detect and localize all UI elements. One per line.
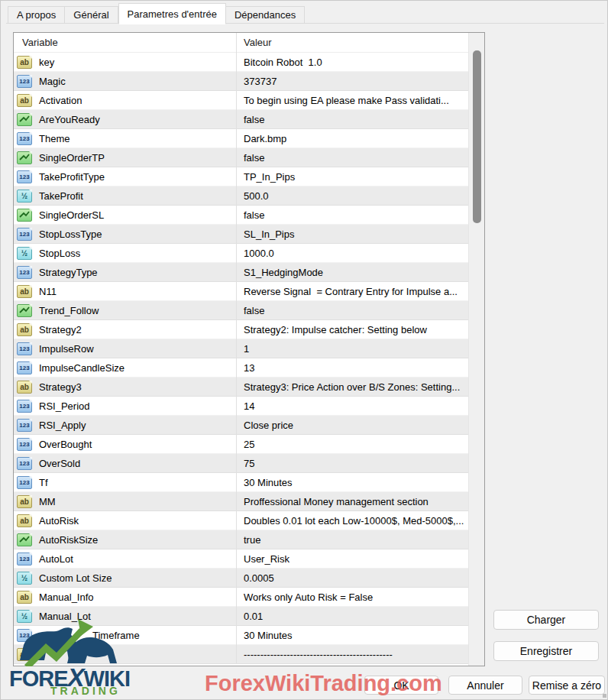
annuler-button[interactable]: Annuler — [448, 676, 522, 695]
value-cell[interactable]: Strategy2: Impulse catcher: Setting belo… — [237, 320, 468, 339]
boolean-type-icon — [17, 209, 32, 222]
table-row[interactable]: ab Strategy2 Strategy2: Impulse catcher:… — [14, 320, 468, 339]
variable-label: Magic — [39, 76, 66, 87]
value-cell[interactable]: 14 — [237, 397, 468, 416]
value-cell[interactable]: false — [237, 110, 468, 129]
value-cell[interactable]: false — [237, 148, 468, 167]
table-row[interactable]: 123 Tf 30 Minutes — [14, 473, 468, 492]
table-row[interactable]: AreYouReady false — [14, 110, 468, 129]
tab-parametres-entree[interactable]: Parametres d'entrée — [118, 3, 226, 24]
scrollbar-thumb[interactable] — [473, 50, 481, 223]
table-row[interactable]: SingleOrderSL false — [14, 206, 468, 225]
integer-type-icon: 123 — [17, 438, 32, 451]
table-row[interactable]: ab Activation To begin using EA please m… — [14, 91, 468, 110]
table-row[interactable]: ½ TakeProfit 500.0 — [14, 186, 468, 206]
value-cell[interactable]: true — [237, 530, 468, 549]
value-cell[interactable]: SL_In_Pips — [237, 225, 468, 244]
charger-button[interactable]: Charger — [493, 610, 599, 630]
table-row[interactable]: Trend_Follow false — [14, 301, 468, 320]
table-row[interactable]: SingleOrderTP false — [14, 148, 468, 167]
value-cell[interactable]: 13 — [237, 358, 468, 378]
value-cell[interactable]: false — [237, 206, 468, 225]
table-row[interactable]: ½ StopLoss 1000.0 — [14, 244, 468, 263]
table-row[interactable]: 123 TakeProfitType TP_In_Pips — [14, 167, 468, 186]
table-row[interactable]: 123 OverBought 25 — [14, 435, 468, 454]
table-row[interactable]: 123 AutoLot User_Risk — [14, 549, 468, 569]
value-cell[interactable]: Bitcoin Robot 1.0 — [237, 53, 468, 72]
table-row[interactable]: 123 StrategyType S1_HedgingMode — [14, 263, 468, 282]
column-header-variable: Variable — [14, 33, 237, 53]
value-cell[interactable]: 75 — [237, 454, 468, 473]
table-row[interactable]: ½ Custom Lot Size 0.0005 — [14, 569, 468, 588]
value-cell[interactable]: false — [237, 301, 468, 320]
tab-bar: A propos Général Parametres d'entrée Dép… — [8, 3, 305, 24]
table-row[interactable]: ab Strategy3 Strategy3: Price Action ove… — [14, 378, 468, 397]
boolean-type-icon — [17, 304, 32, 317]
value-cell[interactable]: Close price — [237, 416, 468, 435]
value-cell[interactable]: Proffessional Money management section — [237, 492, 468, 511]
double-type-icon: ½ — [17, 610, 32, 623]
value-cell[interactable]: S1_HedgingMode — [237, 263, 468, 282]
table-row[interactable]: ab Manual_Info Works only Auto Risk = Fa… — [14, 588, 468, 607]
value-cell[interactable]: 373737 — [237, 72, 468, 91]
boolean-type-icon — [17, 533, 32, 546]
value-cell[interactable]: To begin using EA please make Pass valid… — [237, 91, 468, 110]
table-row[interactable]: ab N11 Reverse Signal = Contrary Entry f… — [14, 282, 468, 301]
enregistrer-button[interactable]: Enregistrer — [493, 641, 599, 661]
table-row[interactable]: 123 OverSold 75 — [14, 454, 468, 473]
variable-cell: ab N11 — [14, 282, 237, 301]
value-cell[interactable]: Works only Auto Risk = False — [237, 588, 468, 607]
value-cell[interactable]: 500.0 — [237, 186, 468, 206]
variable-cell: 123 StrategyType — [14, 263, 237, 282]
variable-cell: AreYouReady — [14, 110, 237, 129]
integer-type-icon: 123 — [17, 629, 32, 642]
value-cell[interactable]: Dark.bmp — [237, 129, 468, 148]
value-cell[interactable]: User_Risk — [237, 549, 468, 569]
value-cell[interactable]: Doubles 0.01 lot each Low-10000$, Med-50… — [237, 511, 468, 530]
variable-cell: 123 Tf — [14, 473, 237, 492]
value-cell[interactable]: ----------------------------------------… — [237, 645, 468, 664]
tab-dependances[interactable]: Dépendances — [226, 6, 305, 24]
integer-type-icon: 123 — [17, 132, 32, 145]
value-cell[interactable]: Reverse Signal = Contrary Entry for Impu… — [237, 282, 468, 301]
table-row[interactable]: 123 StopLossType SL_In_Pips — [14, 225, 468, 244]
value-cell[interactable]: 25 — [237, 435, 468, 454]
variable-label: Custom Lot Size — [39, 572, 112, 584]
ok-button[interactable]: OK — [364, 676, 438, 695]
value-cell[interactable]: 30 Minutes — [237, 473, 468, 492]
table-row[interactable]: 123 Magic 373737 — [14, 72, 468, 91]
value-cell[interactable]: 0.0005 — [237, 569, 468, 588]
table-row[interactable]: 123 ImpulseRow 1 — [14, 339, 468, 358]
variable-label: AutoLot — [39, 553, 73, 565]
resize-grip[interactable] — [603, 694, 606, 698]
tab-a-propos[interactable]: A propos — [8, 6, 65, 24]
boolean-type-icon — [17, 113, 32, 126]
tab-general[interactable]: Général — [65, 6, 118, 24]
table-row[interactable]: 123 RSI_Apply Close price — [14, 416, 468, 435]
table-row[interactable]: ½ Manual_Lot 0.01 — [14, 607, 468, 626]
table-row[interactable]: ab -------------------------------------… — [14, 645, 468, 664]
variable-label: Trend_Follow — [39, 305, 99, 316]
variable-label: OverSold — [39, 458, 80, 469]
table-row[interactable]: 123 RSI_Period 14 — [14, 397, 468, 416]
value-cell[interactable]: 30 Minutes — [237, 626, 468, 645]
table-row[interactable]: ab key Bitcoin Robot 1.0 — [14, 53, 468, 72]
variable-cell: ½ TakeProfit — [14, 186, 237, 206]
string-type-icon: ab — [17, 495, 32, 508]
variable-cell: 123 RSI_Apply — [14, 416, 237, 435]
value-cell[interactable]: Strategy3: Price Action over B/S Zones: … — [237, 378, 468, 397]
value-cell[interactable]: 1000.0 — [237, 244, 468, 263]
vertical-scrollbar[interactable] — [468, 33, 484, 666]
remise-a-zero-button[interactable]: Remise a zéro — [529, 676, 605, 695]
table-row[interactable]: ab MM Proffessional Money management sec… — [14, 492, 468, 511]
value-cell[interactable]: 0.01 — [237, 607, 468, 626]
variable-cell: ab Activation — [14, 91, 237, 110]
table-row[interactable]: 123 Theme Dark.bmp — [14, 129, 468, 148]
table-row[interactable]: 123 ImpulseCandleSize 13 — [14, 358, 468, 378]
value-cell[interactable]: TP_In_Pips — [237, 167, 468, 186]
value-cell[interactable]: 1 — [237, 339, 468, 358]
variable-label: Manual_Lot — [39, 611, 91, 622]
table-row[interactable]: 123 Timeframe 30 Minutes — [14, 626, 468, 645]
table-row[interactable]: AutoRiskSize true — [14, 530, 468, 549]
table-row[interactable]: ab AutoRisk Doubles 0.01 lot each Low-10… — [14, 511, 468, 530]
